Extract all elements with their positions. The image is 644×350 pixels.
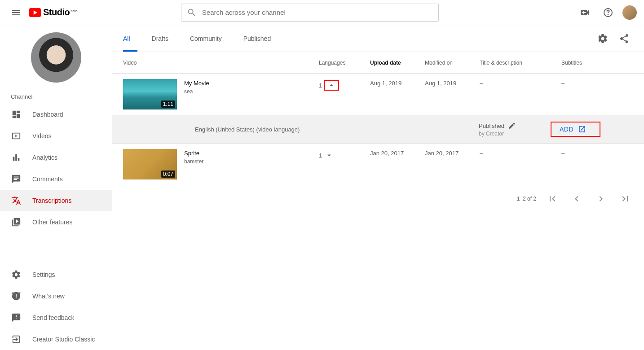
- tab-label: Drafts: [152, 35, 168, 42]
- nav-label: Dashboard: [32, 111, 63, 118]
- table-header: Video Languages Upload date Modified on …: [112, 52, 644, 74]
- sidebar-item-dashboard[interactable]: Dashboard: [0, 104, 112, 125]
- video-thumbnail[interactable]: 1:11: [123, 79, 177, 109]
- video-meta: My Movie sea: [184, 79, 209, 109]
- nav-label: Other features: [32, 219, 73, 226]
- sidebar-item-other-features[interactable]: Other features: [0, 211, 112, 233]
- col-upload[interactable]: Upload date: [370, 60, 425, 66]
- announcement-icon: [11, 291, 22, 301]
- svg-rect-4: [15, 154, 17, 161]
- lang-count: 1: [319, 152, 322, 159]
- video-title: Sprite: [184, 150, 203, 157]
- settings-button[interactable]: [594, 30, 612, 48]
- studio-text: Studio: [43, 7, 70, 18]
- nav-label: Transcriptions: [32, 197, 71, 204]
- search-box[interactable]: [181, 4, 439, 22]
- share-button[interactable]: [615, 30, 633, 48]
- search-container: [181, 4, 439, 22]
- status-block: Published by Creator: [479, 122, 551, 137]
- col-modified: Modified on: [425, 60, 480, 66]
- dashboard-icon: [11, 109, 22, 119]
- nav-label: Creator Studio Classic: [32, 336, 95, 343]
- sidebar-item-send-feedback[interactable]: Send feedback: [0, 307, 112, 328]
- upload-cell: Aug 1, 2019: [370, 79, 425, 109]
- modified-cell: Jan 20, 2017: [425, 149, 480, 179]
- col-languages: Languages: [319, 60, 370, 66]
- title-desc-cell: –: [480, 149, 561, 179]
- channel-avatar[interactable]: [31, 32, 81, 83]
- sidebar-item-whats-new[interactable]: What's new: [0, 285, 112, 307]
- video-cell: 0:07 Sprite hamster: [123, 149, 319, 179]
- app-header: Studio beta: [0, 0, 644, 25]
- nav-label: Videos: [32, 132, 52, 140]
- subtitles-cell: –: [561, 79, 633, 109]
- pagination: 1–2 of 2: [112, 185, 644, 212]
- edit-icon[interactable]: [508, 122, 516, 130]
- tab-community[interactable]: Community: [179, 25, 233, 52]
- gear-icon: [11, 270, 22, 280]
- svg-rect-3: [13, 157, 15, 161]
- youtube-studio-logo[interactable]: Studio beta: [29, 7, 78, 18]
- next-page-button[interactable]: [593, 191, 609, 207]
- sidebar-item-creator-studio-classic[interactable]: Creator Studio Classic: [0, 328, 112, 350]
- first-page-icon: [547, 193, 558, 204]
- comments-icon: [11, 174, 22, 184]
- nav-label: Send feedback: [32, 314, 74, 321]
- title-desc-cell: –: [480, 79, 561, 109]
- nav-label: Analytics: [32, 154, 57, 161]
- last-page-button[interactable]: [617, 191, 633, 207]
- video-meta: Sprite hamster: [184, 149, 203, 179]
- sidebar-item-analytics[interactable]: Analytics: [0, 147, 112, 168]
- tab-drafts[interactable]: Drafts: [141, 25, 179, 52]
- col-subtitles: Subtitles: [561, 60, 633, 66]
- video-thumbnail[interactable]: 0:07: [123, 149, 177, 179]
- video-desc: sea: [184, 88, 209, 95]
- sidebar-item-videos[interactable]: Videos: [0, 125, 112, 147]
- prev-page-button[interactable]: [569, 191, 585, 207]
- lang-count: 1: [319, 82, 322, 89]
- sidebar-nav: Dashboard Videos Analytics Comments Tran…: [0, 104, 112, 233]
- user-avatar[interactable]: [622, 5, 637, 20]
- chevron-up-icon: [327, 81, 335, 89]
- add-label: ADD: [560, 126, 573, 133]
- svg-rect-5: [18, 158, 20, 161]
- language-name: English (United States) (video language): [195, 126, 479, 133]
- sidebar-item-settings[interactable]: Settings: [0, 264, 112, 285]
- sidebar: Channel Dashboard Videos Analytics Comme…: [0, 25, 112, 350]
- col-video: Video: [123, 60, 319, 66]
- chevron-right-icon: [595, 193, 606, 204]
- beta-badge: beta: [71, 9, 78, 13]
- tab-all[interactable]: All: [123, 25, 141, 52]
- svg-point-1: [608, 14, 609, 15]
- video-duration: 0:07: [161, 171, 175, 178]
- translate-icon: [11, 196, 22, 206]
- videos-icon: [11, 131, 22, 141]
- gear-icon: [597, 33, 608, 44]
- share-icon: [619, 33, 630, 44]
- sidebar-item-comments[interactable]: Comments: [0, 168, 112, 190]
- sidebar-item-transcriptions[interactable]: Transcriptions: [0, 190, 112, 211]
- expand-button[interactable]: [324, 150, 335, 161]
- video-duration: 1:11: [161, 101, 175, 108]
- table-row[interactable]: 0:07 Sprite hamster 1 Jan 20, 2017 Jan 2…: [112, 144, 644, 185]
- upload-cell: Jan 20, 2017: [370, 149, 425, 179]
- nav-label: What's new: [32, 293, 65, 300]
- video-cell: 1:11 My Movie sea: [123, 79, 319, 109]
- menu-button[interactable]: [7, 4, 25, 22]
- add-subtitles-button[interactable]: ADD: [551, 122, 600, 137]
- search-input[interactable]: [202, 9, 433, 16]
- other-features-icon: [11, 217, 22, 227]
- nav-label: Settings: [32, 271, 55, 278]
- table-row[interactable]: 1:11 My Movie sea 1 Aug 1, 2019 Aug 1, 2…: [112, 74, 644, 115]
- modified-cell: Aug 1, 2019: [425, 79, 480, 109]
- collapse-button[interactable]: [324, 80, 339, 91]
- video-plus-icon: [579, 7, 590, 18]
- exit-icon: [11, 334, 22, 344]
- create-video-button[interactable]: [576, 4, 594, 22]
- help-button[interactable]: [599, 4, 617, 22]
- first-page-button[interactable]: [544, 191, 560, 207]
- sidebar-bottom: Settings What's new Send feedback Creato…: [0, 264, 112, 350]
- col-title-desc: Title & description: [480, 60, 561, 66]
- header-actions: [576, 4, 637, 22]
- tab-published[interactable]: Published: [233, 25, 282, 52]
